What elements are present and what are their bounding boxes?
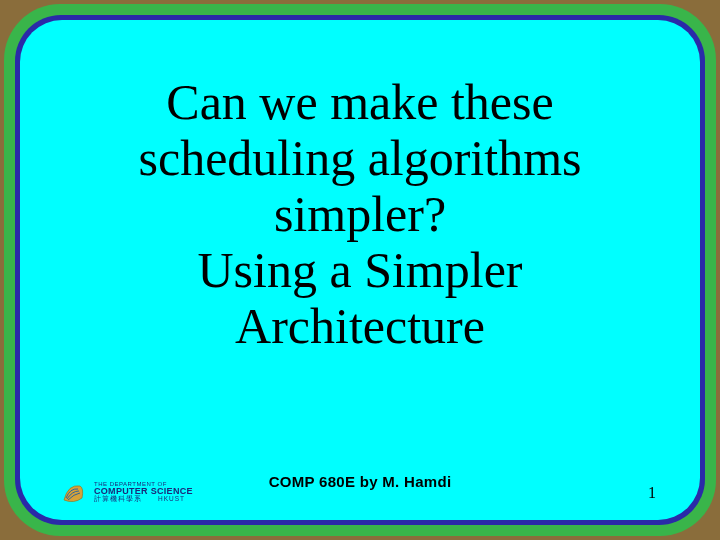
title-line: scheduling algorithms (139, 130, 582, 186)
title-line: Using a Simpler (139, 242, 582, 298)
page-number: 1 (648, 484, 656, 506)
slide-footer: THE DEPARTMENT OF COMPUTER SCIENCE 計算機科學… (20, 478, 700, 506)
title-line: Architecture (139, 298, 582, 354)
slide-canvas: Can we make these scheduling algorithms … (20, 20, 700, 520)
slide-border: Can we make these scheduling algorithms … (15, 15, 705, 525)
department-logo: THE DEPARTMENT OF COMPUTER SCIENCE 計算機科學… (60, 478, 193, 506)
slide-outer-frame: Can we make these scheduling algorithms … (4, 4, 716, 536)
slide-title: Can we make these scheduling algorithms … (139, 74, 582, 354)
dept-subline: 計算機科學系 HKUST (94, 496, 193, 503)
footer-course-text: COMP 680E by M. Hamdi (269, 473, 452, 490)
logo-emblem-icon (60, 478, 88, 506)
title-line: Can we make these (139, 74, 582, 130)
title-line: simpler? (139, 186, 582, 242)
department-text: THE DEPARTMENT OF COMPUTER SCIENCE 計算機科學… (94, 481, 193, 504)
